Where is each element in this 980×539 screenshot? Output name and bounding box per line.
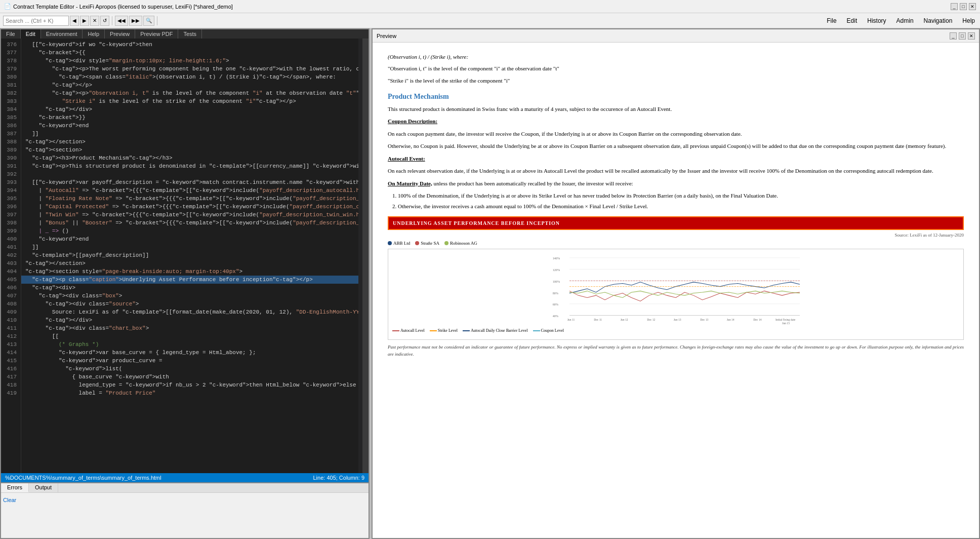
scrollbar-vertical[interactable] xyxy=(362,38,369,473)
svg-text:Jun 14: Jun 14 xyxy=(727,318,734,321)
tab-environment[interactable]: Environment xyxy=(41,29,83,38)
editor-tab-bar: File Edit Environment Help Preview Previ… xyxy=(1,29,369,38)
preview-title: Preview xyxy=(377,33,396,39)
app-title-bar: 📄 Contract Template Editor - LexiFi Apro… xyxy=(0,0,980,13)
preview-maximize[interactable]: □ xyxy=(959,32,966,40)
preview-maturity-list: 100% of the Denomination, if the Underly… xyxy=(388,191,964,210)
legend-item-2: Straße SA xyxy=(415,240,439,247)
preview-content[interactable]: (Observation i, t) / (Strike i), where: … xyxy=(373,43,979,538)
editor-window: File Edit Environment Help Preview Previ… xyxy=(0,28,370,539)
tab-edit[interactable]: Edit xyxy=(21,29,41,38)
separator xyxy=(112,16,112,25)
minimize-button[interactable]: _ xyxy=(951,3,958,10)
svg-text:Jun 13: Jun 13 xyxy=(674,318,681,321)
preview-autocall-heading: Autocall Event: xyxy=(388,155,964,163)
btn1[interactable]: ◀◀ xyxy=(115,16,128,26)
search-input[interactable] xyxy=(3,16,69,26)
svg-text:100%: 100% xyxy=(553,280,560,283)
legend-label-3: Robinoson AG xyxy=(450,240,477,247)
preview-window: Preview _ □ ✕ (Observation i, t) / (Stri… xyxy=(372,28,980,539)
chart-source: Source: LexiFi as of 12-January-2020 xyxy=(388,232,964,239)
legend-label-2: Straße SA xyxy=(421,240,439,247)
svg-text:Initial fixing date: Initial fixing date xyxy=(775,318,796,321)
editor-area[interactable]: 3763773783793803813823833843853863873883… xyxy=(1,38,369,473)
preview-para1b: "Strike i" is the level of the strike of… xyxy=(388,76,964,85)
btn2[interactable]: ▶▶ xyxy=(129,16,142,26)
chart-banner: UNDERLYING ASSET PERFORMANCE BEFORE INCE… xyxy=(388,216,964,230)
code-editor[interactable]: [["c-keyword">if wo "c-keyword">then "c-… xyxy=(21,38,358,473)
svg-text:40%: 40% xyxy=(553,315,558,318)
file-path: %DOCUMENTS%\summary_of_terms\summary_of_… xyxy=(5,475,161,481)
preview-title-bar: Preview _ □ ✕ xyxy=(373,29,979,43)
preview-coupon-para2: Otherwise, no Coupon is paid. However, s… xyxy=(388,142,964,150)
refresh-button[interactable]: ↺ xyxy=(100,16,109,26)
maximize-button[interactable]: □ xyxy=(960,3,967,10)
legend-item-3: Robinoson AG xyxy=(444,240,477,247)
preview-section-para: This structured product is denominated i… xyxy=(388,105,964,113)
preview-para1a: "Observation i, t" is the level of the c… xyxy=(388,64,964,73)
tab-errors[interactable]: Errors xyxy=(1,483,29,492)
bottom-content: Clear xyxy=(1,493,369,538)
menu-history[interactable]: History xyxy=(865,17,888,25)
chart-bottom-legend: Autocall Level Strike Level Autocall Dai… xyxy=(392,328,959,334)
legend-label-1: ABB Ltd xyxy=(393,240,410,247)
forward-button[interactable]: ▶ xyxy=(80,16,89,26)
maturity-item-1: 100% of the Denomination, if the Underly… xyxy=(398,191,964,200)
tab-preview[interactable]: Preview xyxy=(105,29,135,38)
menu-help[interactable]: Help xyxy=(960,17,977,25)
toolbar: ◀ ▶ ✕ ↺ ◀◀ ▶▶ 🔍 File Edit History Admin … xyxy=(0,13,980,28)
tab-preview-pdf[interactable]: Preview PDF xyxy=(135,29,178,38)
svg-text:60%: 60% xyxy=(553,303,558,306)
preview-close[interactable]: ✕ xyxy=(968,32,975,40)
stop-button[interactable]: ✕ xyxy=(90,16,99,26)
menu-file[interactable]: File xyxy=(825,17,838,25)
svg-text:80%: 80% xyxy=(553,292,558,295)
bottom-panel: Errors Output Clear xyxy=(1,482,369,538)
preview-coupon-heading: Coupon Description: xyxy=(388,117,964,126)
btn3[interactable]: 🔍 xyxy=(143,16,154,26)
preview-minimize[interactable]: _ xyxy=(950,32,957,40)
close-button[interactable]: ✕ xyxy=(969,3,976,10)
svg-text:Dec 11: Dec 11 xyxy=(594,318,602,321)
app-title: Contract Template Editor - LexiFi Apropo… xyxy=(13,4,233,10)
bottom-tab-bar: Errors Output xyxy=(1,483,369,493)
chart-svg: 140% 120% 100% 80% 60% 40% xyxy=(392,253,959,324)
back-button[interactable]: ◀ xyxy=(70,16,79,26)
tab-file[interactable]: File xyxy=(1,29,21,38)
svg-text:120%: 120% xyxy=(553,268,560,272)
minimap xyxy=(358,38,362,473)
svg-text:Jun 11: Jun 11 xyxy=(567,318,575,321)
menu-navigation[interactable]: Navigation xyxy=(922,17,955,25)
preview-autocall-para: On each relevant observation date, if th… xyxy=(388,167,964,175)
svg-text:Jun 12: Jun 12 xyxy=(621,318,628,321)
status-bar: %DOCUMENTS%\summary_of_terms\summary_of_… xyxy=(1,473,369,482)
legend-item-1: ABB Ltd xyxy=(388,240,410,247)
legend-dot-3 xyxy=(444,241,448,245)
menu-admin[interactable]: Admin xyxy=(894,17,916,25)
tab-help[interactable]: Help xyxy=(83,29,105,38)
preview-section-title: Product Mechanism xyxy=(388,91,964,102)
svg-text:Dec 12: Dec 12 xyxy=(647,318,655,321)
preview-header-italic: (Observation i, t) / (Strike i), where: xyxy=(388,53,964,61)
preview-coupon-para1: On each coupon payment date, the investo… xyxy=(388,130,964,138)
clear-link[interactable]: Clear xyxy=(3,497,366,503)
separator2 xyxy=(157,16,157,25)
line-col: Line: 405; Column: 9 xyxy=(313,475,364,481)
svg-text:Dec 13: Dec 13 xyxy=(700,318,708,321)
legend-dot-2 xyxy=(415,241,419,245)
chart-legend: ABB Ltd Straße SA Robinoson AG xyxy=(388,240,964,247)
chart-area: 140% 120% 100% 80% 60% 40% xyxy=(388,249,964,340)
preview-disclaimer: Past performance must not be considered … xyxy=(388,344,964,358)
svg-text:Jun 15: Jun 15 xyxy=(782,322,790,324)
maturity-item-2: Otherwise, the investor receives a cash … xyxy=(398,202,964,211)
svg-text:140%: 140% xyxy=(553,257,560,260)
line-numbers: 3763773783793803813823833843853863873883… xyxy=(1,38,21,473)
svg-text:Dec 14: Dec 14 xyxy=(753,318,761,321)
menu-edit[interactable]: Edit xyxy=(845,17,860,25)
preview-maturity-heading: On Maturity Date, unless the product has… xyxy=(388,179,964,188)
legend-dot-1 xyxy=(388,241,392,245)
tab-tests[interactable]: Tests xyxy=(178,29,202,38)
tab-output[interactable]: Output xyxy=(29,483,58,492)
app-icon: 📄 xyxy=(4,3,11,10)
